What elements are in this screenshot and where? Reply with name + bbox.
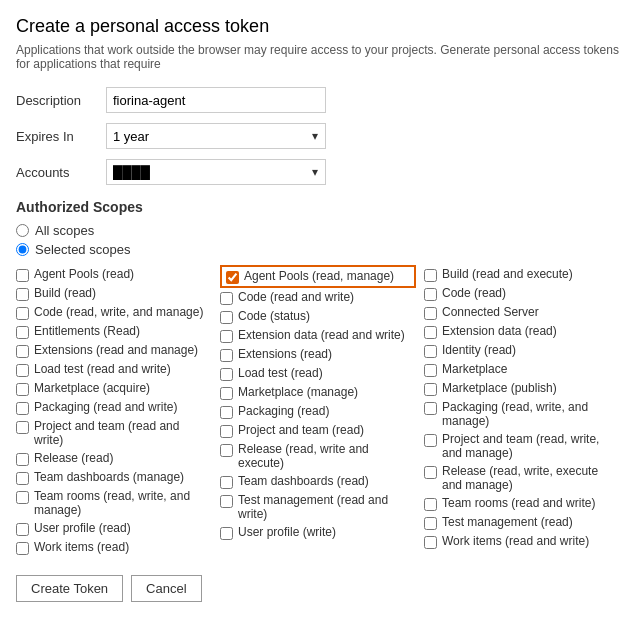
scope-connected-server-checkbox[interactable] (424, 307, 437, 320)
scope-project-team-read-checkbox[interactable] (220, 425, 233, 438)
scope-agent-pools-rm-checkbox[interactable] (226, 271, 239, 284)
scope-project-team-rw-checkbox[interactable] (16, 421, 29, 434)
page-subtitle: Applications that work outside the brows… (16, 43, 620, 71)
scope-code-rwm: Code (read, write, and manage) (16, 303, 212, 322)
scope-load-test-rw-checkbox[interactable] (16, 364, 29, 377)
scope-user-profile-read-checkbox[interactable] (16, 523, 29, 536)
scope-ext-data-read-checkbox[interactable] (424, 326, 437, 339)
accounts-select[interactable]: ████ (106, 159, 326, 185)
scope-extensions-read-checkbox[interactable] (220, 349, 233, 362)
scopes-column-2: Agent Pools (read, manage) Code (read an… (220, 265, 416, 557)
scope-team-dashboards-manage-checkbox[interactable] (16, 472, 29, 485)
scope-code-read-checkbox[interactable] (424, 288, 437, 301)
scope-build-read-checkbox[interactable] (16, 288, 29, 301)
scope-test-mgmt-rw-checkbox[interactable] (220, 495, 233, 508)
scope-team-dashboards-read-checkbox[interactable] (220, 476, 233, 489)
scope-marketplace-manage: Marketplace (manage) (220, 383, 416, 402)
scope-marketplace: Marketplace (424, 360, 620, 379)
scope-project-team-read: Project and team (read) (220, 421, 416, 440)
scope-marketplace-acquire-checkbox[interactable] (16, 383, 29, 396)
all-scopes-label: All scopes (35, 223, 94, 238)
scope-code-rwm-checkbox[interactable] (16, 307, 29, 320)
scope-team-dashboards-read: Team dashboards (read) (220, 472, 416, 491)
expires-label: Expires In (16, 129, 106, 144)
scope-identity-read-checkbox[interactable] (424, 345, 437, 358)
scope-project-team-rwm: Project and team (read, write, and manag… (424, 430, 620, 462)
scope-marketplace-acquire: Marketplace (acquire) (16, 379, 212, 398)
scope-marketplace-publish: Marketplace (publish) (424, 379, 620, 398)
scope-packaging-read-checkbox[interactable] (220, 406, 233, 419)
all-scopes-radio[interactable] (16, 224, 29, 237)
description-label: Description (16, 93, 106, 108)
accounts-label: Accounts (16, 165, 106, 180)
scope-work-items-rw: Work items (read and write) (424, 532, 620, 551)
scope-ext-data-rw-checkbox[interactable] (220, 330, 233, 343)
page-title: Create a personal access token (16, 16, 620, 37)
scope-code-status: Code (status) (220, 307, 416, 326)
scopes-grid: Agent Pools (read) Build (read) Code (re… (16, 265, 620, 557)
scope-packaging-rw: Packaging (read and write) (16, 398, 212, 417)
scope-marketplace-manage-checkbox[interactable] (220, 387, 233, 400)
scope-ext-data-rw: Extension data (read and write) (220, 326, 416, 345)
scope-packaging-rwm: Packaging (read, write, and manage) (424, 398, 620, 430)
scope-team-rooms-rw-checkbox[interactable] (424, 498, 437, 511)
scopes-title: Authorized Scopes (16, 199, 620, 215)
scope-release-rwe: Release (read, write and execute) (220, 440, 416, 472)
scope-code-rw: Code (read and write) (220, 288, 416, 307)
buttons-row: Create Token Cancel (16, 575, 620, 602)
scope-build-re: Build (read and execute) (424, 265, 620, 284)
scope-agent-pools-read: Agent Pools (read) (16, 265, 212, 284)
scope-team-rooms-rwm-checkbox[interactable] (16, 491, 29, 504)
scope-team-rooms-rw: Team rooms (read and write) (424, 494, 620, 513)
scopes-column-3: Build (read and execute) Code (read) Con… (424, 265, 620, 557)
scope-user-profile-write-checkbox[interactable] (220, 527, 233, 540)
scope-marketplace-checkbox[interactable] (424, 364, 437, 377)
cancel-button[interactable]: Cancel (131, 575, 201, 602)
scope-release-read: Release (read) (16, 449, 212, 468)
scope-agent-pools-read-checkbox[interactable] (16, 269, 29, 282)
scope-extensions-rm-checkbox[interactable] (16, 345, 29, 358)
scope-packaging-rwm-checkbox[interactable] (424, 402, 437, 415)
scopes-column-1: Agent Pools (read) Build (read) Code (re… (16, 265, 212, 557)
scope-entitlements: Entitlements (Read) (16, 322, 212, 341)
scope-entitlements-checkbox[interactable] (16, 326, 29, 339)
scope-packaging-read: Packaging (read) (220, 402, 416, 421)
scope-marketplace-publish-checkbox[interactable] (424, 383, 437, 396)
scope-ext-data-read: Extension data (read) (424, 322, 620, 341)
scope-release-rwem: Release (read, write, execute and manage… (424, 462, 620, 494)
scope-test-mgmt-read-checkbox[interactable] (424, 517, 437, 530)
scope-load-test-read: Load test (read) (220, 364, 416, 383)
all-scopes-option[interactable]: All scopes (16, 223, 620, 238)
scope-release-read-checkbox[interactable] (16, 453, 29, 466)
scope-work-items-read: Work items (read) (16, 538, 212, 557)
scope-load-test-read-checkbox[interactable] (220, 368, 233, 381)
expires-select[interactable]: 1 year 30 days 90 days 180 days (106, 123, 326, 149)
selected-scopes-label: Selected scopes (35, 242, 130, 257)
selected-scopes-radio[interactable] (16, 243, 29, 256)
scope-test-mgmt-rw: Test management (read and write) (220, 491, 416, 523)
scope-code-rw-checkbox[interactable] (220, 292, 233, 305)
scope-packaging-rw-checkbox[interactable] (16, 402, 29, 415)
scope-extensions-read: Extensions (read) (220, 345, 416, 364)
scope-team-rooms-rwm: Team rooms (read, write, and manage) (16, 487, 212, 519)
scope-team-dashboards-manage: Team dashboards (manage) (16, 468, 212, 487)
selected-scopes-option[interactable]: Selected scopes (16, 242, 620, 257)
scope-work-items-read-checkbox[interactable] (16, 542, 29, 555)
scope-project-team-rwm-checkbox[interactable] (424, 434, 437, 447)
scope-release-rwe-checkbox[interactable] (220, 444, 233, 457)
scope-build-read: Build (read) (16, 284, 212, 303)
scope-user-profile-write: User profile (write) (220, 523, 416, 542)
description-input[interactable] (106, 87, 326, 113)
scope-identity-read: Identity (read) (424, 341, 620, 360)
scope-extensions-rm: Extensions (read and manage) (16, 341, 212, 360)
scope-release-rwem-checkbox[interactable] (424, 466, 437, 479)
scope-build-re-checkbox[interactable] (424, 269, 437, 282)
scope-test-mgmt-read: Test management (read) (424, 513, 620, 532)
scope-code-read: Code (read) (424, 284, 620, 303)
scope-work-items-rw-checkbox[interactable] (424, 536, 437, 549)
create-token-button[interactable]: Create Token (16, 575, 123, 602)
scope-agent-pools-rm: Agent Pools (read, manage) (220, 265, 416, 288)
scope-load-test-rw: Load test (read and write) (16, 360, 212, 379)
scope-code-status-checkbox[interactable] (220, 311, 233, 324)
scope-user-profile-read: User profile (read) (16, 519, 212, 538)
